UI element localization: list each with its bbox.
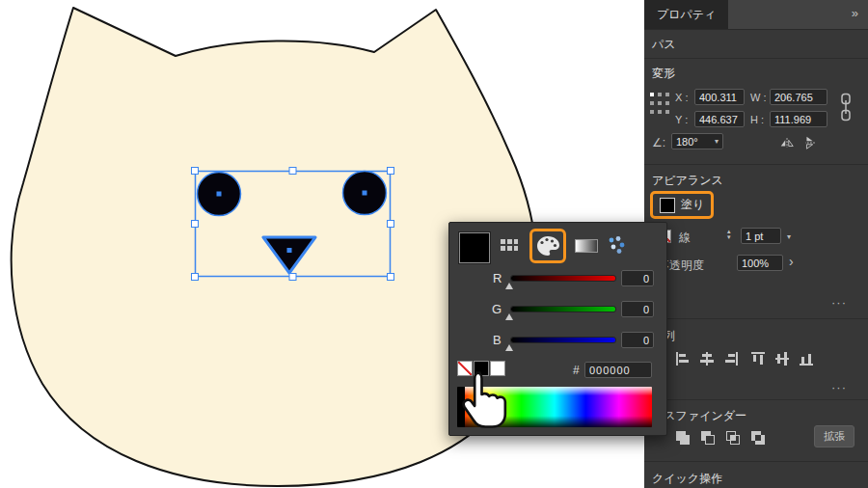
channel-b-value-input[interactable] xyxy=(621,332,654,348)
opacity-options-icon[interactable]: › xyxy=(789,254,794,269)
stroke-weight-dropdown-icon[interactable]: ▾ xyxy=(787,232,791,241)
y-input[interactable] xyxy=(694,111,745,127)
gradient-icon[interactable] xyxy=(575,239,598,253)
channel-r-value-input[interactable] xyxy=(621,270,654,286)
handle-mid-right[interactable] xyxy=(388,221,394,228)
handle-bottom-right[interactable] xyxy=(388,274,394,281)
fill-label: 塗り xyxy=(681,197,704,213)
chevron-down-icon: ▾ xyxy=(715,137,719,146)
align-horizontal-center-icon[interactable] xyxy=(699,351,715,366)
color-mixer-highlight-box xyxy=(529,229,566,263)
channel-g-slider-thumb[interactable] xyxy=(505,313,513,320)
divider xyxy=(644,399,868,400)
align-more-options-icon[interactable]: ··· xyxy=(831,380,847,394)
y-label: Y : xyxy=(675,114,688,125)
flip-horizontal-icon[interactable] xyxy=(779,135,795,150)
opacity-select[interactable]: 100% xyxy=(737,255,783,271)
align-bottom-icon[interactable] xyxy=(799,351,814,366)
transform-section-title: 変形 xyxy=(652,66,675,82)
stroke-label: 線 xyxy=(679,230,691,246)
stroke-weight-stepper[interactable]: ▴ ▾ xyxy=(727,229,731,240)
expand-button[interactable]: 拡張 xyxy=(814,425,854,447)
w-input[interactable] xyxy=(770,89,827,105)
align-vertical-center-icon[interactable] xyxy=(774,351,790,366)
angle-label: ∠: xyxy=(652,136,665,149)
channel-g-label: G xyxy=(492,302,502,316)
stroke-weight-input[interactable] xyxy=(741,228,781,244)
hand-cursor xyxy=(457,370,507,428)
reference-point-locator-icon[interactable] xyxy=(650,93,669,115)
properties-panel: プロパティ » パス 変形 X : W : Y : H : ∠: 180° ▾ xyxy=(644,0,868,488)
current-color-swatch[interactable] xyxy=(459,232,490,263)
channel-b-slider-thumb[interactable] xyxy=(505,344,513,351)
rotation-select[interactable]: 180° ▾ xyxy=(671,133,723,149)
pathfinder-intersect-icon[interactable] xyxy=(725,430,741,446)
h-label: H : xyxy=(750,114,764,125)
h-input[interactable] xyxy=(770,111,827,127)
collapse-panel-icon[interactable]: » xyxy=(852,6,858,20)
align-left-icon[interactable] xyxy=(675,351,691,366)
channel-r-slider-track[interactable] xyxy=(511,276,615,281)
divider xyxy=(644,164,868,165)
fill-highlight-box: 塗り xyxy=(650,191,714,219)
handle-bottom-left[interactable] xyxy=(192,274,199,281)
illustrator-window: プロパティ » パス 変形 X : W : Y : H : ∠: 180° ▾ xyxy=(0,0,868,488)
handle-top-right[interactable] xyxy=(388,168,394,175)
appearance-more-options-icon[interactable]: ··· xyxy=(831,295,847,310)
panel-tab-bar: プロパティ » xyxy=(644,0,868,30)
channel-r-slider-thumb[interactable] xyxy=(505,283,513,289)
rotation-value: 180° xyxy=(676,136,698,148)
handle-top-center[interactable] xyxy=(289,168,296,175)
quick-actions-section-title: クイック操作 xyxy=(652,471,722,487)
stepper-down-icon: ▾ xyxy=(727,234,731,240)
hex-label: # xyxy=(573,364,580,377)
handle-bottom-center[interactable] xyxy=(289,274,296,281)
nose-center-handle[interactable] xyxy=(287,248,292,253)
swatch-libraries-icon[interactable] xyxy=(606,234,627,256)
appearance-section-title: アピアランス xyxy=(652,173,723,189)
color-mixer-palette-icon[interactable] xyxy=(535,234,560,258)
path-section-title: パス xyxy=(652,37,676,53)
channel-g-slider-track[interactable] xyxy=(511,307,615,312)
channel-b-slider-track[interactable] xyxy=(511,338,615,342)
channel-r-label: R xyxy=(493,271,502,285)
x-input[interactable] xyxy=(694,89,745,105)
gradient-thumbnail xyxy=(575,239,598,253)
pathfinder-exclude-icon[interactable] xyxy=(750,430,766,446)
flip-vertical-icon[interactable] xyxy=(802,135,818,150)
right-eye-center-handle[interactable] xyxy=(363,191,367,196)
handle-top-left[interactable] xyxy=(192,168,199,175)
handle-mid-left[interactable] xyxy=(192,221,199,228)
align-right-icon[interactable] xyxy=(723,351,739,366)
opacity-value: 100% xyxy=(742,258,769,269)
divider xyxy=(644,461,868,462)
left-eye-center-handle[interactable] xyxy=(217,192,222,197)
align-top-icon[interactable] xyxy=(750,351,766,366)
x-label: X : xyxy=(675,92,688,103)
swatches-view-icon[interactable] xyxy=(500,236,519,254)
pathfinder-unite-icon[interactable] xyxy=(675,430,691,446)
divider xyxy=(644,58,868,59)
link-dimensions-icon[interactable] xyxy=(840,93,852,122)
channel-b-label: B xyxy=(493,333,502,347)
pathfinder-minus-front-icon[interactable] xyxy=(700,430,716,446)
channel-g-value-input[interactable] xyxy=(621,301,654,317)
hex-value-input[interactable] xyxy=(584,362,652,378)
fill-color-swatch[interactable] xyxy=(660,198,675,213)
w-label: W : xyxy=(750,92,767,103)
divider xyxy=(644,318,868,319)
tab-properties[interactable]: プロパティ xyxy=(644,0,728,29)
